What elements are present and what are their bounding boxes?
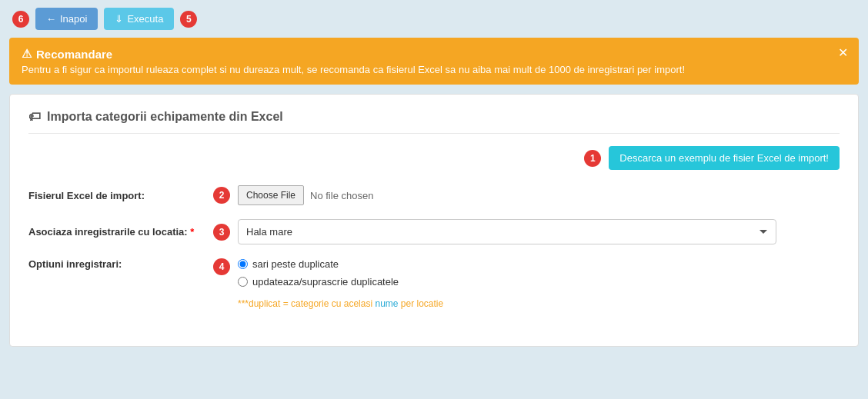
download-icon: ⇓ bbox=[115, 13, 123, 25]
download-excel-button[interactable]: Descarca un exemplu de fisier Excel de i… bbox=[609, 146, 840, 170]
duplicate-note-end: per locatie bbox=[398, 298, 443, 309]
radio-option-2[interactable]: updateaza/suprascrie duplicatele bbox=[238, 276, 443, 288]
toolbar: 6 ← Inapoi ⇓ Executa 5 bbox=[0, 0, 868, 38]
badge-2: 2 bbox=[213, 187, 230, 204]
card-title-text: Importa categorii echipamente din Excel bbox=[47, 110, 283, 124]
alert-close-button[interactable]: ✕ bbox=[838, 45, 848, 60]
back-label: Inapoi bbox=[60, 13, 87, 25]
card-title: 🏷 Importa categorii echipamente din Exce… bbox=[28, 110, 840, 134]
download-row: 1 Descarca un exemplu de fisier Excel de… bbox=[28, 146, 840, 170]
radio-skip[interactable] bbox=[238, 259, 248, 269]
duplicate-note-start: ***duplicat = categorie cu acelasi bbox=[238, 298, 375, 309]
back-button[interactable]: ← Inapoi bbox=[35, 8, 98, 30]
location-row: Asociaza inregistrarile cu locatia: * 3 … bbox=[28, 219, 840, 244]
main-card: 🏷 Importa categorii echipamente din Exce… bbox=[9, 94, 859, 347]
alert-message: Pentru a fi sigur ca importul ruleaza co… bbox=[22, 64, 846, 75]
radio-update[interactable] bbox=[238, 277, 248, 287]
back-arrow-icon: ← bbox=[46, 13, 56, 25]
back-badge: 6 bbox=[12, 11, 29, 28]
alert-title-text: Recomandare bbox=[36, 48, 112, 61]
tag-icon: 🏷 bbox=[28, 110, 41, 124]
file-control-area: 2 Choose File No file chosen bbox=[213, 185, 840, 205]
options-label: Optiuni inregistrari: bbox=[28, 258, 213, 270]
executa-label: Executa bbox=[127, 13, 163, 25]
radio-group: sari peste duplicate updateaza/suprascri… bbox=[238, 258, 443, 309]
badge-1: 1 bbox=[584, 150, 601, 167]
warning-icon: ⚠ bbox=[22, 47, 32, 61]
radio-option-1[interactable]: sari peste duplicate bbox=[238, 258, 443, 270]
executa-button[interactable]: ⇓ Executa bbox=[104, 8, 174, 30]
badge-4: 4 bbox=[213, 258, 230, 275]
radio-skip-label: sari peste duplicate bbox=[252, 258, 339, 270]
alert-title: ⚠ Recomandare bbox=[22, 47, 846, 61]
alert-banner: ⚠ Recomandare Pentru a fi sigur ca impor… bbox=[9, 38, 859, 85]
no-file-text: No file chosen bbox=[310, 190, 373, 201]
file-label: Fisierul Excel de import: bbox=[28, 190, 213, 201]
required-asterisk: * bbox=[190, 226, 194, 238]
radio-update-label: updateaza/suprascrie duplicatele bbox=[252, 276, 399, 288]
duplicate-note-blue: nume bbox=[375, 298, 398, 309]
badge-3: 3 bbox=[213, 224, 230, 241]
location-label: Asociaza inregistrarile cu locatia: * bbox=[28, 226, 213, 238]
file-input-row: Fisierul Excel de import: 2 Choose File … bbox=[28, 185, 840, 205]
options-row: Optiuni inregistrari: 4 sari peste dupli… bbox=[28, 258, 840, 309]
options-control-area: 4 sari peste duplicate updateaza/suprasc… bbox=[213, 258, 840, 309]
location-select[interactable]: Hala mare bbox=[238, 219, 776, 244]
location-control-area: 3 Hala mare bbox=[213, 219, 840, 244]
file-input-wrapper: Choose File No file chosen bbox=[238, 185, 373, 205]
duplicate-note: ***duplicat = categorie cu acelasi nume … bbox=[238, 298, 443, 309]
executa-badge: 5 bbox=[180, 11, 197, 28]
choose-file-button[interactable]: Choose File bbox=[238, 185, 304, 205]
